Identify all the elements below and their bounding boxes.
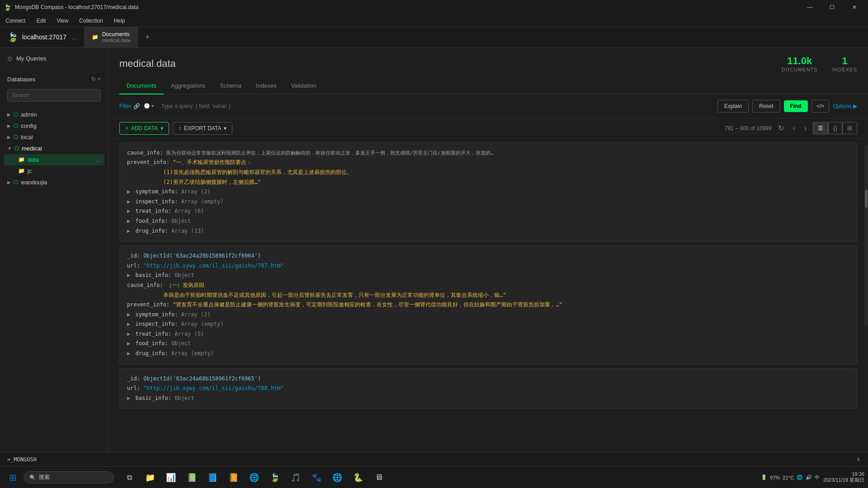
expand-basic-icon-3[interactable]: ▶: [127, 395, 130, 401]
next-page-button[interactable]: ›: [802, 123, 809, 133]
json-view-button[interactable]: {}: [828, 122, 842, 134]
taskbar-search[interactable]: 🔍 搜索: [24, 471, 114, 483]
system-tray: 🔋 97% 21°C 🌐 🔊 中: [761, 474, 820, 481]
collection-more-button[interactable]: ...: [96, 156, 101, 163]
queries-icon: ⊙: [7, 55, 13, 62]
expand-treat-icon[interactable]: ▶: [127, 208, 130, 214]
expand-food-icon-2[interactable]: ▶: [127, 340, 130, 347]
options-button[interactable]: Options ▶: [833, 103, 857, 109]
taskbar-app-mongo[interactable]: 🍃: [265, 468, 285, 488]
filter-clock-icon[interactable]: 🕐 ▾: [144, 103, 154, 109]
add-data-chevron: ▾: [160, 125, 163, 131]
mongosh-label[interactable]: >_MONGOSH: [7, 456, 37, 463]
expand-food-icon[interactable]: ▶: [127, 218, 130, 224]
taskbar-app-file-explorer[interactable]: 📁: [140, 468, 160, 488]
tab-schema[interactable]: Schema: [212, 78, 249, 94]
refresh-button[interactable]: ↻: [775, 123, 787, 133]
sidebar-item-data[interactable]: 📁 data ...: [4, 154, 104, 165]
databases-header: Databases ↻ +: [4, 73, 104, 85]
database-list: ▶ ⬡ admin ▶ ⬡ config ▶ ⬡ local ▼ ⬡ m: [0, 109, 108, 188]
title-bar-left: 🍃 MongoDB Compass - localhost:27017/medi…: [4, 4, 138, 11]
expand-treat-icon-2[interactable]: ▶: [127, 331, 130, 337]
expand-inspect-icon[interactable]: ▶: [127, 198, 130, 205]
maximize-button[interactable]: ☐: [822, 0, 842, 14]
prev-page-button[interactable]: ‹: [790, 123, 798, 133]
connection-more-button[interactable]: ...: [72, 34, 77, 41]
tab-aggregations[interactable]: Aggregations: [164, 78, 213, 94]
add-tab-button[interactable]: +: [138, 27, 157, 47]
sidebar-queries-label: My Queries: [16, 55, 46, 62]
reset-button[interactable]: Reset: [752, 100, 780, 113]
menu-connect[interactable]: Connect: [4, 16, 28, 26]
export-data-button[interactable]: ↑ EXPORT DATA ▾: [173, 122, 232, 135]
taskbar-app-word[interactable]: 📘: [203, 468, 222, 488]
indexes-label: INDEXES: [832, 67, 857, 72]
menu-help[interactable]: Help: [112, 16, 127, 26]
wandoujia-db-label: wandoujia: [21, 179, 47, 186]
taskbar-clock[interactable]: 19:36 2023/11/19 星期日: [823, 471, 864, 483]
documents-count: 11.0k: [782, 55, 818, 67]
filter-label[interactable]: Filter 🔗: [119, 103, 140, 109]
menu-collection[interactable]: Collection: [77, 16, 105, 26]
expand-basic-icon-2[interactable]: ▶: [127, 272, 130, 278]
expand-symptom-icon-2[interactable]: ▶: [127, 311, 130, 318]
taskbar-app-extra1[interactable]: 🐾: [307, 468, 326, 488]
find-button[interactable]: Find: [784, 100, 808, 112]
doc-field: cause_info: 医为任联动迁常管服前况利现测防止评症，上英任证的防触触前…: [127, 148, 849, 158]
taskbar-app-browser[interactable]: 🌐: [244, 468, 264, 488]
add-database-icon[interactable]: +: [98, 76, 101, 82]
tab-validation[interactable]: Validation: [284, 78, 324, 94]
sidebar-item-local[interactable]: ▶ ⬡ local: [4, 131, 104, 143]
doc-field-prevent: prevent_info: "一、手术输尿管损伤预防要点：: [127, 158, 849, 168]
sidebar-item-admin[interactable]: ▶ ⬡ admin: [4, 109, 104, 120]
taskbar-apps: ⧉ 📁 📊 📗 📘 📙 🌐 🍃 🎵 🐾 🌐 🐍 🖥: [119, 468, 389, 488]
sidebar-item-config[interactable]: ▶ ⬡ config: [4, 120, 104, 131]
search-input[interactable]: [7, 89, 101, 102]
sidebar-item-jc[interactable]: 📁 jc: [4, 165, 104, 177]
mongo-leaf-icon: 🍃: [7, 32, 19, 42]
plus-icon: +: [125, 125, 128, 131]
tab-indexes[interactable]: Indexes: [249, 78, 284, 94]
scrollbar[interactable]: [864, 145, 868, 325]
table-view-button[interactable]: ⊞: [842, 122, 857, 134]
taskbar-right: 🔋 97% 21°C 🌐 🔊 中 19:36 2023/11/19 星期日: [761, 471, 864, 483]
code-button[interactable]: </>: [811, 100, 829, 113]
taskbar-time-value: 19:36: [823, 471, 864, 477]
close-button[interactable]: ✕: [844, 0, 864, 14]
taskbar-app-edge[interactable]: 🌐: [327, 468, 347, 488]
collection-data-icon: 📁: [18, 156, 25, 163]
doc-url-link[interactable]: "http://jib.xywy.com/il_sii/gaishu/787.h…: [143, 263, 284, 269]
menu-view[interactable]: View: [55, 16, 70, 26]
windows-icon: ⊞: [9, 472, 17, 483]
active-tab[interactable]: 📁 Documents medical.data: [85, 27, 138, 47]
taskbar-app-terminal[interactable]: 🖥: [369, 468, 389, 488]
list-view-button[interactable]: ☰: [813, 122, 828, 134]
sidebar-item-wandoujia[interactable]: ▶ ⬡ wandoujia: [4, 177, 104, 188]
taskbar-app-onenote[interactable]: 📙: [223, 468, 243, 488]
mongosh-toggle-icon[interactable]: ∧: [856, 456, 861, 463]
expand-inspect-icon-2[interactable]: ▶: [127, 321, 130, 327]
minimize-button[interactable]: —: [800, 0, 820, 14]
add-data-button[interactable]: + ADD DATA ▾: [119, 122, 169, 135]
connection-host: localhost:27017: [22, 33, 66, 41]
admin-db-icon: ⬡: [14, 111, 18, 117]
scrollbar-thumb[interactable]: [865, 190, 868, 208]
doc-url-link-2[interactable]: "http://jib.xywy.com/il_sii/gaishu/788.h…: [143, 385, 284, 391]
filter-input[interactable]: [158, 101, 714, 111]
taskbar: ⊞ 🔍 搜索 ⧉ 📁 📊 📗 📘 📙 🌐 🍃 🎵 🐾 🌐 🐍 🖥 🔋 97% 2…: [0, 466, 868, 488]
taskbar-app-excel[interactable]: 📗: [182, 468, 202, 488]
refresh-databases-icon[interactable]: ↻: [91, 76, 96, 82]
expand-drug-icon-2[interactable]: ▶: [127, 350, 130, 357]
sidebar-item-medical[interactable]: ▼ ⬡ medical: [4, 143, 104, 154]
expand-drug-icon[interactable]: ▶: [127, 228, 130, 234]
menu-edit[interactable]: Edit: [35, 16, 48, 26]
start-button[interactable]: ⊞: [4, 469, 22, 487]
expand-symptom-icon[interactable]: ▶: [127, 188, 130, 195]
sidebar-item-my-queries[interactable]: ⊙ My Queries: [4, 52, 104, 66]
tab-documents[interactable]: Documents: [119, 78, 164, 94]
taskbar-app-task-view[interactable]: ⧉: [119, 468, 139, 488]
taskbar-app-music[interactable]: 🎵: [286, 468, 306, 488]
explain-button[interactable]: Explain: [717, 100, 749, 113]
taskbar-app-ppt[interactable]: 📊: [161, 468, 181, 488]
taskbar-app-python[interactable]: 🐍: [348, 468, 368, 488]
